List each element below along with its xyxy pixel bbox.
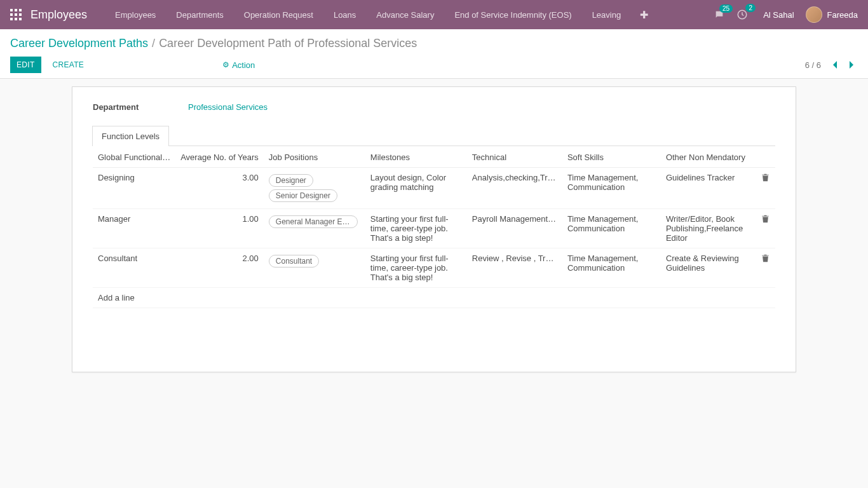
- department-link[interactable]: Professional Services: [188, 102, 268, 112]
- cell-years: 2.00: [175, 248, 264, 288]
- nav-leaving[interactable]: Leaving: [582, 0, 632, 29]
- nav-advance-salary[interactable]: Advance Salary: [366, 0, 444, 29]
- cell-soft: Time Management, Communication: [562, 168, 661, 209]
- cell-level: Consultant: [93, 248, 175, 288]
- nav-add-icon[interactable]: ✚: [631, 0, 657, 29]
- cell-positions: Consultant: [264, 248, 365, 288]
- col-other[interactable]: Other Non Mendatory: [661, 146, 756, 168]
- cell-level: Designing: [93, 168, 175, 209]
- username: Fareeda: [827, 10, 858, 20]
- col-technical[interactable]: Technical: [467, 146, 562, 168]
- nav-eos[interactable]: End of Service Indemnity (EOS): [444, 0, 581, 29]
- delete-row-button[interactable]: [756, 168, 775, 209]
- tabs: Function Levels: [92, 126, 775, 146]
- messages-badge: 25: [719, 4, 733, 13]
- nav-loans[interactable]: Loans: [323, 0, 366, 29]
- pager-next-button[interactable]: [845, 58, 858, 71]
- form-area: Department Professional Services Functio…: [0, 79, 868, 388]
- cell-other: Writer/Editor, Book Publishing,Freelance…: [661, 209, 756, 248]
- tab-function-levels[interactable]: Function Levels: [92, 126, 169, 146]
- breadcrumb-separator: /: [152, 37, 155, 50]
- edit-button[interactable]: EDIT: [10, 57, 41, 73]
- nav-operation-request[interactable]: Operation Request: [234, 0, 323, 29]
- col-positions[interactable]: Job Positions: [264, 146, 365, 168]
- position-tag[interactable]: Senior Designer: [269, 189, 337, 202]
- pager-prev-button[interactable]: [829, 58, 841, 71]
- cell-milestones: Layout design, Color grading matching: [365, 168, 467, 209]
- control-panel: Career Development Paths / Career Develo…: [0, 29, 868, 79]
- delete-row-button[interactable]: [756, 209, 775, 248]
- department-label: Department: [93, 102, 188, 112]
- breadcrumb: Career Development Paths / Career Develo…: [10, 37, 858, 50]
- col-milestones[interactable]: Milestones: [365, 146, 467, 168]
- add-line-button[interactable]: Add a line: [93, 288, 775, 308]
- table-row[interactable]: Manager1.00General Manager Engin…Startin…: [93, 209, 775, 248]
- apps-menu-icon[interactable]: [10, 9, 22, 20]
- cell-positions: General Manager Engin…: [264, 209, 365, 248]
- activities-badge: 2: [745, 4, 756, 12]
- cell-other: Guidelines Tracker: [661, 168, 756, 209]
- trash-icon: [761, 254, 770, 262]
- nav-menu: Employees Departments Operation Request …: [105, 0, 714, 29]
- messages-button[interactable]: 25: [714, 10, 725, 20]
- cell-technical: Payroll Management , C…: [467, 209, 562, 248]
- col-soft[interactable]: Soft Skills: [562, 146, 661, 168]
- action-label: Action: [232, 60, 255, 70]
- gear-icon: ⚙: [222, 60, 229, 69]
- action-dropdown[interactable]: ⚙ Action: [222, 60, 255, 70]
- delete-row-button[interactable]: [756, 248, 775, 288]
- breadcrumb-root[interactable]: Career Development Paths: [10, 37, 148, 50]
- create-button[interactable]: CREATE: [46, 57, 91, 73]
- cell-soft: Time Management, Communication: [562, 248, 661, 288]
- top-navbar: Employees Employees Departments Operatio…: [0, 0, 868, 29]
- pager-value[interactable]: 6 / 6: [805, 60, 821, 70]
- cell-milestones: Starting your first full-time, career-ty…: [365, 209, 467, 248]
- cell-years: 3.00: [175, 168, 264, 209]
- chevron-left-icon: [832, 60, 838, 69]
- table-header-row: Global Functional… Average No. of Years …: [93, 146, 775, 168]
- position-tag[interactable]: Consultant: [269, 255, 319, 268]
- activities-button[interactable]: 2: [736, 9, 748, 20]
- app-title: Employees: [31, 8, 87, 22]
- col-years[interactable]: Average No. of Years: [175, 146, 264, 168]
- nav-employees[interactable]: Employees: [105, 0, 166, 29]
- trash-icon: [761, 214, 770, 223]
- avatar: [806, 6, 822, 23]
- cell-level: Manager: [93, 209, 175, 248]
- breadcrumb-current: Career Development Path of Professional …: [159, 37, 417, 50]
- table-row[interactable]: Consultant2.00ConsultantStarting your fi…: [93, 248, 775, 288]
- cell-milestones: Starting your first full-time, career-ty…: [365, 248, 467, 288]
- function-levels-table: Global Functional… Average No. of Years …: [93, 146, 775, 308]
- cell-technical: Analysis,checking,Tracki…: [467, 168, 562, 209]
- form-sheet: Department Professional Services Functio…: [72, 86, 796, 372]
- chevron-right-icon: [848, 60, 855, 69]
- trash-icon: [761, 173, 770, 182]
- cell-positions: DesignerSenior Designer: [264, 168, 365, 209]
- table-row[interactable]: Designing3.00DesignerSenior DesignerLayo…: [93, 168, 775, 209]
- col-level[interactable]: Global Functional…: [93, 146, 175, 168]
- position-tag[interactable]: Designer: [269, 174, 313, 187]
- user-menu[interactable]: Fareeda: [806, 6, 858, 23]
- cell-soft: Time Management, Communication: [562, 209, 661, 248]
- field-department: Department Professional Services: [93, 102, 775, 112]
- position-tag[interactable]: General Manager Engin…: [269, 215, 358, 228]
- cell-technical: Review , Revise , Tracking: [467, 248, 562, 288]
- cell-other: Create & Reviewing Guidelines: [661, 248, 756, 288]
- cell-years: 1.00: [175, 209, 264, 248]
- company-switcher[interactable]: Al Sahal: [763, 10, 794, 20]
- nav-departments[interactable]: Departments: [166, 0, 233, 29]
